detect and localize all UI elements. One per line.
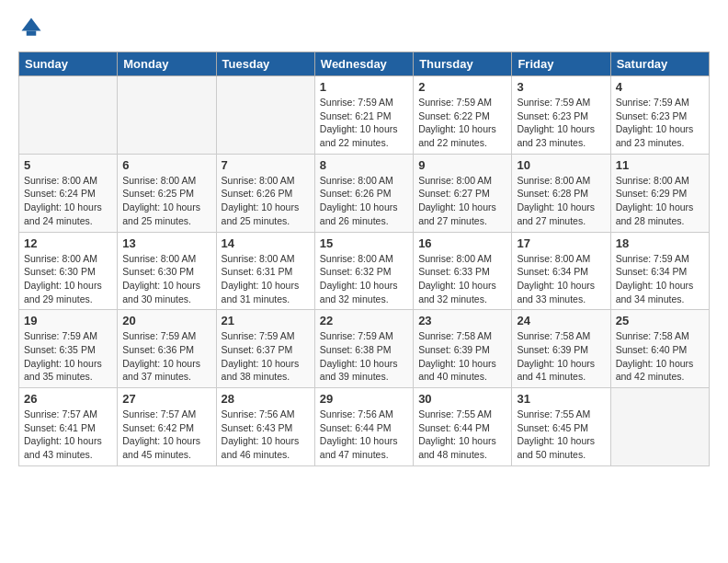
day-number: 13 xyxy=(122,236,210,250)
day-info: Sunrise: 8:00 AM Sunset: 6:29 PM Dayligh… xyxy=(616,174,704,228)
calendar-cell: 11Sunrise: 8:00 AM Sunset: 6:29 PM Dayli… xyxy=(610,154,709,232)
day-info: Sunrise: 7:58 AM Sunset: 6:39 PM Dayligh… xyxy=(418,329,506,384)
calendar-cell: 3Sunrise: 7:59 AM Sunset: 6:23 PM Daylig… xyxy=(512,76,610,155)
calendar-cell: 14Sunrise: 8:00 AM Sunset: 6:31 PM Dayli… xyxy=(216,232,314,310)
calendar-cell: 4Sunrise: 7:59 AM Sunset: 6:23 PM Daylig… xyxy=(610,76,709,155)
calendar-cell: 17Sunrise: 8:00 AM Sunset: 6:34 PM Dayli… xyxy=(512,232,610,310)
day-info: Sunrise: 8:00 AM Sunset: 6:26 PM Dayligh… xyxy=(222,174,310,228)
calendar-cell: 10Sunrise: 8:00 AM Sunset: 6:28 PM Dayli… xyxy=(512,154,610,232)
day-info: Sunrise: 7:59 AM Sunset: 6:38 PM Dayligh… xyxy=(320,329,408,384)
calendar-cell: 24Sunrise: 7:58 AM Sunset: 6:39 PM Dayli… xyxy=(512,310,610,388)
calendar-cell: 22Sunrise: 7:59 AM Sunset: 6:38 PM Dayli… xyxy=(314,310,413,388)
day-number: 6 xyxy=(122,158,210,172)
day-number: 4 xyxy=(616,80,704,94)
calendar-cell: 31Sunrise: 7:55 AM Sunset: 6:45 PM Dayli… xyxy=(512,388,610,466)
page: SundayMondayTuesdayWednesdayThursdayFrid… xyxy=(0,0,728,563)
day-number: 21 xyxy=(222,314,310,327)
day-number: 23 xyxy=(418,314,506,327)
day-info: Sunrise: 7:59 AM Sunset: 6:21 PM Dayligh… xyxy=(320,96,408,150)
day-info: Sunrise: 7:57 AM Sunset: 6:41 PM Dayligh… xyxy=(24,408,112,462)
calendar-cell: 16Sunrise: 8:00 AM Sunset: 6:33 PM Dayli… xyxy=(414,232,512,310)
day-number: 15 xyxy=(320,236,408,250)
calendar-cell: 2Sunrise: 7:59 AM Sunset: 6:22 PM Daylig… xyxy=(414,76,512,155)
calendar-cell: 21Sunrise: 7:59 AM Sunset: 6:37 PM Dayli… xyxy=(216,310,314,388)
calendar-cell xyxy=(216,76,314,155)
column-header-thursday: Thursday xyxy=(414,52,512,76)
day-number: 1 xyxy=(320,80,408,94)
day-info: Sunrise: 7:55 AM Sunset: 6:44 PM Dayligh… xyxy=(418,408,506,462)
day-info: Sunrise: 8:00 AM Sunset: 6:30 PM Dayligh… xyxy=(24,252,112,306)
day-number: 20 xyxy=(122,314,210,327)
day-info: Sunrise: 8:00 AM Sunset: 6:25 PM Dayligh… xyxy=(122,174,210,228)
day-info: Sunrise: 8:00 AM Sunset: 6:34 PM Dayligh… xyxy=(517,252,605,306)
calendar-cell xyxy=(610,388,709,466)
day-number: 30 xyxy=(418,392,506,406)
day-number: 25 xyxy=(616,314,704,327)
svg-rect-1 xyxy=(27,31,37,36)
calendar-cell xyxy=(118,76,216,155)
calendar-cell: 29Sunrise: 7:56 AM Sunset: 6:44 PM Dayli… xyxy=(314,388,413,466)
day-info: Sunrise: 8:00 AM Sunset: 6:27 PM Dayligh… xyxy=(418,174,506,228)
calendar-cell: 19Sunrise: 7:59 AM Sunset: 6:35 PM Dayli… xyxy=(19,310,118,388)
day-info: Sunrise: 7:58 AM Sunset: 6:40 PM Dayligh… xyxy=(616,329,704,384)
day-info: Sunrise: 7:59 AM Sunset: 6:35 PM Dayligh… xyxy=(24,329,112,384)
day-info: Sunrise: 8:00 AM Sunset: 6:30 PM Dayligh… xyxy=(122,252,210,306)
day-info: Sunrise: 7:56 AM Sunset: 6:44 PM Dayligh… xyxy=(320,408,408,462)
calendar-cell: 9Sunrise: 8:00 AM Sunset: 6:27 PM Daylig… xyxy=(414,154,512,232)
day-info: Sunrise: 7:55 AM Sunset: 6:45 PM Dayligh… xyxy=(517,408,605,462)
calendar-header-row: SundayMondayTuesdayWednesdayThursdayFrid… xyxy=(19,52,710,76)
column-header-tuesday: Tuesday xyxy=(216,52,314,76)
header xyxy=(18,15,710,40)
calendar-cell: 13Sunrise: 8:00 AM Sunset: 6:30 PM Dayli… xyxy=(118,232,216,310)
day-info: Sunrise: 7:59 AM Sunset: 6:34 PM Dayligh… xyxy=(616,252,704,306)
column-header-saturday: Saturday xyxy=(610,52,709,76)
day-number: 14 xyxy=(222,236,310,250)
calendar-cell: 15Sunrise: 8:00 AM Sunset: 6:32 PM Dayli… xyxy=(314,232,413,310)
calendar-week-row: 19Sunrise: 7:59 AM Sunset: 6:35 PM Dayli… xyxy=(19,310,710,388)
day-number: 22 xyxy=(320,314,408,327)
day-number: 2 xyxy=(418,80,506,94)
calendar-cell: 8Sunrise: 8:00 AM Sunset: 6:26 PM Daylig… xyxy=(314,154,413,232)
day-info: Sunrise: 7:56 AM Sunset: 6:43 PM Dayligh… xyxy=(222,408,310,462)
day-number: 7 xyxy=(222,158,310,172)
day-info: Sunrise: 8:00 AM Sunset: 6:33 PM Dayligh… xyxy=(418,252,506,306)
calendar-cell xyxy=(19,76,118,155)
day-number: 8 xyxy=(320,158,408,172)
calendar-cell: 26Sunrise: 7:57 AM Sunset: 6:41 PM Dayli… xyxy=(19,388,118,466)
calendar-week-row: 26Sunrise: 7:57 AM Sunset: 6:41 PM Dayli… xyxy=(19,388,710,466)
day-number: 17 xyxy=(517,236,605,250)
day-number: 26 xyxy=(24,392,112,406)
calendar-cell: 28Sunrise: 7:56 AM Sunset: 6:43 PM Dayli… xyxy=(216,388,314,466)
calendar-cell: 20Sunrise: 7:59 AM Sunset: 6:36 PM Dayli… xyxy=(118,310,216,388)
day-number: 31 xyxy=(517,392,605,406)
day-number: 29 xyxy=(320,392,408,406)
day-number: 9 xyxy=(418,158,506,172)
calendar-body: 1Sunrise: 7:59 AM Sunset: 6:21 PM Daylig… xyxy=(19,76,710,466)
column-header-wednesday: Wednesday xyxy=(314,52,413,76)
day-number: 27 xyxy=(122,392,210,406)
day-info: Sunrise: 7:59 AM Sunset: 6:23 PM Dayligh… xyxy=(517,96,605,150)
day-info: Sunrise: 7:59 AM Sunset: 6:37 PM Dayligh… xyxy=(222,329,310,384)
day-number: 10 xyxy=(517,158,605,172)
column-header-sunday: Sunday xyxy=(19,52,118,76)
day-number: 5 xyxy=(24,158,112,172)
day-info: Sunrise: 7:58 AM Sunset: 6:39 PM Dayligh… xyxy=(517,329,605,384)
logo xyxy=(18,15,48,40)
day-info: Sunrise: 7:59 AM Sunset: 6:23 PM Dayligh… xyxy=(616,96,704,150)
calendar-cell: 30Sunrise: 7:55 AM Sunset: 6:44 PM Dayli… xyxy=(414,388,512,466)
calendar-cell: 12Sunrise: 8:00 AM Sunset: 6:30 PM Dayli… xyxy=(19,232,118,310)
calendar-cell: 25Sunrise: 7:58 AM Sunset: 6:40 PM Dayli… xyxy=(610,310,709,388)
calendar-week-row: 12Sunrise: 8:00 AM Sunset: 6:30 PM Dayli… xyxy=(19,232,710,310)
day-number: 24 xyxy=(517,314,605,327)
calendar-cell: 27Sunrise: 7:57 AM Sunset: 6:42 PM Dayli… xyxy=(118,388,216,466)
svg-marker-0 xyxy=(22,18,41,31)
day-number: 12 xyxy=(24,236,112,250)
calendar-cell: 7Sunrise: 8:00 AM Sunset: 6:26 PM Daylig… xyxy=(216,154,314,232)
day-info: Sunrise: 8:00 AM Sunset: 6:26 PM Dayligh… xyxy=(320,174,408,228)
day-number: 3 xyxy=(517,80,605,94)
day-info: Sunrise: 8:00 AM Sunset: 6:24 PM Dayligh… xyxy=(24,174,112,228)
day-number: 28 xyxy=(222,392,310,406)
day-number: 11 xyxy=(616,158,704,172)
day-info: Sunrise: 7:59 AM Sunset: 6:36 PM Dayligh… xyxy=(122,329,210,384)
day-info: Sunrise: 7:59 AM Sunset: 6:22 PM Dayligh… xyxy=(418,96,506,150)
